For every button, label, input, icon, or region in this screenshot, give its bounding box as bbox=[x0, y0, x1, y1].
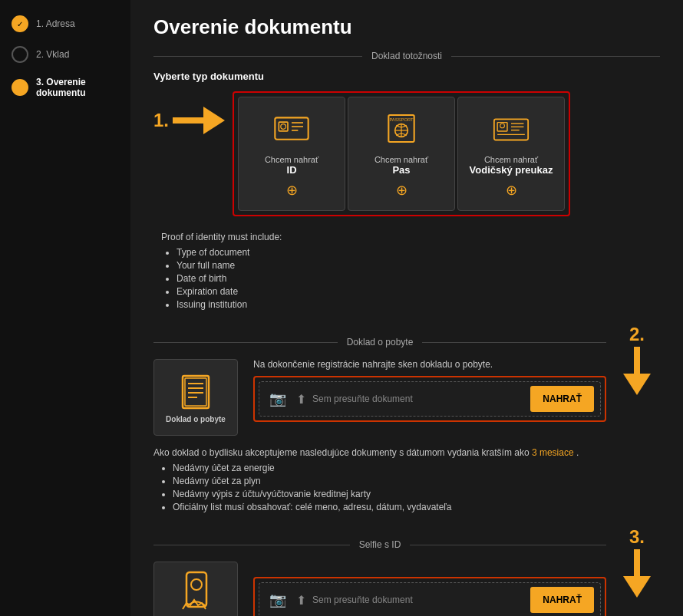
main-content: Overenie dokumentu Doklad totožnosti Vyb… bbox=[130, 0, 683, 616]
doc-card-id[interactable]: Chcem nahrať ID ⊕ bbox=[238, 97, 345, 211]
step-label-overenie: 3. Overenie dokumentu bbox=[36, 77, 119, 98]
arrow-3-shaft bbox=[634, 549, 640, 576]
residence-upload-placeholder: ⬆ Sem presuňte dokument bbox=[296, 392, 524, 407]
sidebar-item-vklad[interactable]: 2. Vklad bbox=[12, 46, 119, 63]
proof-item-4: Issuing institution bbox=[177, 299, 660, 310]
selfie-upload-placeholder: ⬆ Sem presuňte dokument bbox=[296, 593, 524, 608]
card-vodic-add[interactable]: ⊕ bbox=[506, 182, 517, 199]
divider-residence: Doklad o pobyte bbox=[153, 337, 606, 348]
residence-icon-label: Doklad o pobyte bbox=[166, 415, 226, 423]
card-id-name: ID bbox=[287, 164, 297, 176]
card-pas-name: Pas bbox=[392, 164, 410, 176]
residence-upload-button[interactable]: NAHRAŤ bbox=[530, 386, 594, 412]
selfie-section-wrapper: Selfie s ID bbox=[153, 528, 660, 616]
residence-upload-row: 📷 ⬆ Sem presuňte dokument NAHRAŤ bbox=[259, 381, 601, 417]
card-vodic-name: Vodičský preukaz bbox=[470, 164, 553, 176]
proof-item-1: Your full name bbox=[177, 260, 660, 271]
residence-section: Doklad o pobyte Na dokončenie registráci… bbox=[153, 359, 606, 436]
sidebar: ✓ 1. Adresa 2. Vklad 3. Overenie dokumen… bbox=[0, 0, 130, 616]
proof-item-0: Type of document bbox=[177, 247, 660, 258]
doc-card-pas[interactable]: PASSPORT Chcem nahrať Pas ⊕ bbox=[348, 97, 455, 211]
residence-info-item-2: Nedávny výpis z účtu/vyúčtovanie kreditn… bbox=[173, 489, 606, 499]
arrow-2-head bbox=[623, 374, 651, 395]
arrow-head-1 bbox=[203, 107, 225, 134]
svg-rect-1 bbox=[279, 122, 288, 131]
divider-selfie-label: Selfie s ID bbox=[350, 539, 411, 550]
card-vodic-prefix: Chcem nahrať bbox=[484, 155, 538, 164]
step1-label: 1. bbox=[153, 110, 169, 131]
svg-point-5 bbox=[281, 124, 286, 129]
residence-upload-bordered: 📷 ⬆ Sem presuňte dokument NAHRAŤ bbox=[253, 376, 606, 422]
arrow-2-label: 2. bbox=[629, 325, 645, 344]
divider-selfie: Selfie s ID bbox=[153, 539, 606, 550]
selfie-content: Selfie s ID bbox=[153, 528, 606, 616]
selfie-section: Selfie s ID 📷 ⬆ Sem presuňte dokument NA… bbox=[153, 562, 606, 616]
selfie-upload-bordered: 📷 ⬆ Sem presuňte dokument NAHRAŤ bbox=[253, 577, 606, 616]
sidebar-item-overenie[interactable]: 3. Overenie dokumentu bbox=[12, 77, 119, 98]
arrow-2: 2. bbox=[614, 325, 660, 395]
doc-card-vodic[interactable]: Chcem nahrať Vodičský preukaz ⊕ bbox=[457, 97, 565, 211]
proof-items-list: Type of document Your full name Date of … bbox=[161, 247, 660, 310]
residence-description: Na dokončenie registrácie nahrajte sken … bbox=[253, 359, 606, 370]
card-pas-prefix: Chcem nahrať bbox=[374, 155, 428, 164]
page-title: Overenie dokumentu bbox=[153, 15, 660, 39]
upload-icon-residence: ⬆ bbox=[296, 392, 306, 407]
arrow-3-label: 3. bbox=[629, 528, 645, 546]
svg-point-13 bbox=[500, 124, 505, 128]
sidebar-item-adresa[interactable]: ✓ 1. Adresa bbox=[12, 15, 119, 32]
residence-info-text: Ako doklad o bydlisku akceptujeme nasled… bbox=[153, 447, 606, 458]
residence-upload-container: Na dokončenie registrácie nahrajte sken … bbox=[253, 359, 606, 422]
residence-section-wrapper: Doklad o pobyte Doklad o pobyte bbox=[153, 325, 660, 528]
residence-info-suffix: . bbox=[576, 447, 579, 458]
proof-item-2: Date of birth bbox=[177, 273, 660, 284]
doc-cards-bordered: Chcem nahrať ID ⊕ PASSPORT bbox=[233, 91, 570, 216]
divider-identity: Doklad totožnosti bbox=[153, 51, 660, 61]
camera-icon-residence: 📷 bbox=[266, 387, 290, 411]
svg-point-25 bbox=[191, 579, 202, 590]
step-label-vklad: 2. Vklad bbox=[36, 49, 69, 60]
arrow-2-shaft bbox=[634, 347, 640, 374]
step-circle-vklad bbox=[12, 46, 28, 63]
residence-info-highlight: 3 mesiace bbox=[532, 447, 574, 458]
selfie-placeholder-text: Sem presuňte dokument bbox=[312, 595, 413, 605]
residence-icon-box: Doklad o pobyte bbox=[153, 359, 238, 436]
pas-icon: PASSPORT bbox=[382, 109, 421, 147]
residence-info-prefix: Ako doklad o bydlisku akceptujeme nasled… bbox=[153, 447, 530, 458]
svg-text:PASSPORT: PASSPORT bbox=[389, 117, 414, 122]
id-card-icon bbox=[272, 109, 311, 147]
arrow-step-1: 1. bbox=[153, 91, 225, 134]
camera-icon-selfie: 📷 bbox=[266, 588, 290, 612]
residence-info-item-0: Nedávny účet za energie bbox=[173, 463, 606, 473]
proof-title: Proof of identity must include: bbox=[161, 232, 660, 242]
upload-icon-selfie: ⬆ bbox=[296, 593, 306, 608]
residence-document-icon bbox=[177, 372, 215, 410]
proof-list: Proof of identity must include: Type of … bbox=[153, 232, 660, 310]
divider-identity-label: Doklad totožnosti bbox=[362, 51, 451, 61]
residence-placeholder-text: Sem presuňte dokument bbox=[312, 394, 413, 404]
divider-residence-label: Doklad o pobyte bbox=[338, 337, 423, 348]
arrow-3-head bbox=[623, 576, 651, 598]
card-pas-add[interactable]: ⊕ bbox=[396, 182, 407, 199]
selfie-icon bbox=[175, 571, 217, 617]
selfie-upload-button[interactable]: NAHRAŤ bbox=[530, 587, 594, 613]
residence-info-item-1: Nedávny účet za plyn bbox=[173, 476, 606, 486]
step-circle-adresa: ✓ bbox=[12, 15, 28, 32]
card-id-prefix: Chcem nahrať bbox=[265, 155, 318, 164]
arrow-shaft-1 bbox=[173, 117, 203, 124]
residence-info-list: Nedávny účet za energie Nedávny účet za … bbox=[153, 463, 606, 512]
residence-content: Doklad o pobyte Doklad o pobyte bbox=[153, 325, 606, 528]
doc-cards-container: 1. bbox=[153, 91, 660, 216]
selfie-upload-row: 📷 ⬆ Sem presuňte dokument NAHRAŤ bbox=[259, 582, 601, 616]
step-label-adresa: 1. Adresa bbox=[36, 18, 75, 29]
arrow-3: 3. bbox=[614, 528, 660, 598]
card-id-add[interactable]: ⊕ bbox=[286, 182, 298, 199]
svg-rect-0 bbox=[275, 117, 308, 139]
step-circle-overenie bbox=[12, 79, 28, 96]
selfie-upload-container: 📷 ⬆ Sem presuňte dokument NAHRAŤ bbox=[253, 562, 606, 616]
identity-subtitle: Vyberte typ dokumentu bbox=[153, 71, 660, 82]
residence-info-item-3: Oficiálny list musí obsahovať: celé meno… bbox=[173, 502, 606, 512]
selfie-icon-box: Selfie s ID bbox=[153, 562, 238, 616]
vodic-icon bbox=[492, 109, 530, 147]
proof-item-3: Expiration date bbox=[177, 286, 660, 297]
